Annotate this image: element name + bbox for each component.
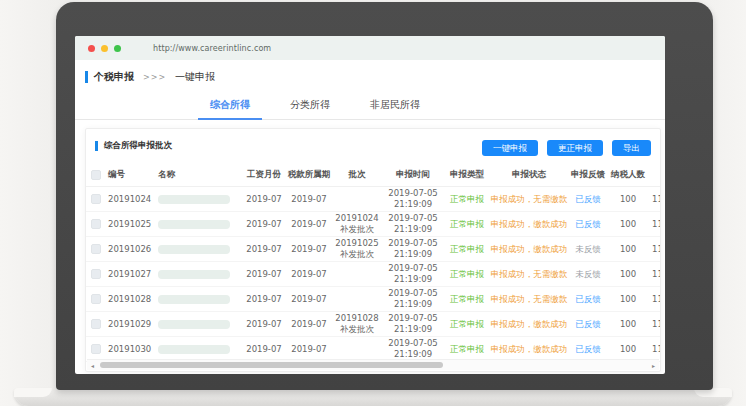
cell-taxpayer-count: 100	[608, 294, 648, 305]
cell-feedback[interactable]: 未反馈	[568, 269, 608, 280]
row-checkbox-cell	[86, 344, 106, 355]
column-header: 申报反馈	[568, 169, 608, 180]
row-checkbox[interactable]	[91, 219, 101, 229]
laptop-screen-bezel: http://www.careerintlinc.com 个税申报 >>> 一键…	[56, 2, 713, 390]
cell-clipped-value: 11	[648, 319, 661, 330]
row-checkbox[interactable]	[91, 344, 101, 354]
cell-tax-period: 2019-07	[286, 319, 332, 330]
cell-batch-id: 20191024	[106, 194, 154, 205]
cell-taxpayer-count: 100	[608, 319, 648, 330]
section-accent-bar	[85, 71, 88, 83]
batch-table: 编号名称工资月份税款所属期批次申报时间申报类型申报状态申报反馈纳税人数 2019…	[86, 163, 661, 362]
cell-declare-time: 2019-07-05 21:19:09	[382, 188, 444, 209]
cell-clipped-value: 11	[648, 219, 661, 230]
breadcrumb-separator: >>>	[143, 73, 166, 82]
row-checkbox[interactable]	[91, 269, 101, 279]
column-header: 名称	[154, 169, 242, 180]
cell-declare-status: 申报成功，缴款成功	[490, 319, 568, 330]
table-row: 201910282019-072019-072019-07-05 21:19:0…	[86, 287, 661, 312]
row-checkbox[interactable]	[91, 294, 101, 304]
tab-nonresident-income[interactable]: 非居民所得	[368, 88, 422, 119]
cell-tax-period: 2019-07	[286, 219, 332, 230]
select-all-checkbox[interactable]	[91, 170, 101, 180]
cell-name	[154, 194, 242, 205]
row-checkbox[interactable]	[91, 244, 101, 254]
tab-comprehensive-income[interactable]: 综合所得	[208, 88, 252, 119]
column-header: 纳税人数	[608, 169, 648, 180]
cell-declare-time: 2019-07-05 21:19:09	[382, 338, 444, 359]
cell-declare-type: 正常申报	[444, 219, 490, 230]
panel-header: 综合所得申报批次 一键申报更正申报导出	[86, 129, 660, 163]
row-checkbox-cell	[86, 294, 106, 305]
column-header: 编号	[106, 169, 154, 180]
window-maximize-button[interactable]	[114, 45, 121, 52]
cell-name	[154, 219, 242, 230]
cell-salary-month: 2019-07	[242, 194, 286, 205]
url-text[interactable]: http://www.careerintlinc.com	[153, 44, 271, 53]
cell-declare-type: 正常申报	[444, 269, 490, 280]
cell-feedback[interactable]: 已反馈	[568, 219, 608, 230]
cell-taxpayer-count: 100	[608, 244, 648, 255]
tab-classified-income[interactable]: 分类所得	[288, 88, 332, 119]
scrollbar-thumb[interactable]	[100, 362, 443, 368]
row-checkbox[interactable]	[91, 319, 101, 329]
cell-tax-period: 2019-07	[286, 269, 332, 280]
cell-taxpayer-count: 100	[608, 219, 648, 230]
redacted-name-pill	[158, 270, 230, 279]
cell-tax-period: 2019-07	[286, 294, 332, 305]
row-checkbox-cell	[86, 319, 106, 330]
cell-clipped-value: 11	[648, 194, 661, 205]
column-header: 申报状态	[490, 169, 568, 180]
cell-salary-month: 2019-07	[242, 344, 286, 355]
cell-feedback[interactable]: 未反馈	[568, 244, 608, 255]
table-body: 201910242019-072019-072019-07-05 21:19:0…	[86, 187, 661, 362]
window-close-button[interactable]	[88, 45, 95, 52]
row-checkbox[interactable]	[91, 194, 101, 204]
cell-declare-status: 申报成功，无需缴款	[490, 194, 568, 205]
row-checkbox-cell	[86, 219, 106, 230]
correction-declare-button[interactable]: 更正申报	[547, 140, 603, 156]
column-header: 批次	[332, 169, 382, 180]
table-row: 201910292019-072019-0720191028 补发批次2019-…	[86, 312, 661, 337]
redacted-name-pill	[158, 295, 230, 304]
panel-accent-bar	[95, 141, 98, 151]
cell-feedback[interactable]: 已反馈	[568, 344, 608, 355]
cell-declare-type: 正常申报	[444, 244, 490, 255]
column-header: 申报类型	[444, 169, 490, 180]
cell-feedback[interactable]: 已反馈	[568, 294, 608, 305]
row-checkbox-cell	[86, 269, 106, 280]
cell-declare-type: 正常申报	[444, 294, 490, 305]
one-click-declare-button[interactable]: 一键申报	[482, 140, 538, 156]
scroll-left-arrow-icon[interactable]: ◂	[88, 361, 97, 370]
browser-address-bar[interactable]: http://www.careerintlinc.com	[75, 36, 665, 60]
cell-taxpayer-count: 100	[608, 269, 648, 280]
table-row: 201910252019-072019-0720191024 补发批次2019-…	[86, 212, 661, 237]
cell-batch-id: 20191026	[106, 244, 154, 255]
cell-tax-period: 2019-07	[286, 244, 332, 255]
cell-batch-id: 20191029	[106, 319, 154, 330]
panel-actions: 一键申报更正申报导出	[473, 136, 651, 156]
horizontal-scrollbar[interactable]: ◂ ▸	[87, 359, 659, 370]
window-minimize-button[interactable]	[101, 45, 108, 52]
table-row: 201910262019-072019-0720191025 补发批次2019-…	[86, 237, 661, 262]
cell-feedback[interactable]: 已反馈	[568, 319, 608, 330]
cell-salary-month: 2019-07	[242, 319, 286, 330]
cell-declare-type: 正常申报	[444, 344, 490, 355]
redacted-name-pill	[158, 195, 230, 204]
table-row: 201910272019-072019-072019-07-05 21:19:0…	[86, 262, 661, 287]
cell-batch-id: 20191028	[106, 294, 154, 305]
cell-batch-id: 20191027	[106, 269, 154, 280]
cell-salary-month: 2019-07	[242, 269, 286, 280]
cell-name	[154, 344, 242, 355]
cell-declare-status: 申报成功，缴款成功	[490, 219, 568, 230]
redacted-name-pill	[158, 245, 230, 254]
cell-feedback[interactable]: 已反馈	[568, 194, 608, 205]
cell-clipped-value: 11	[648, 244, 661, 255]
row-checkbox-cell	[86, 244, 106, 255]
scroll-right-arrow-icon[interactable]: ▸	[649, 361, 658, 370]
cell-salary-month: 2019-07	[242, 219, 286, 230]
cell-batch-id: 20191025	[106, 219, 154, 230]
laptop-base	[14, 388, 732, 406]
export-button[interactable]: 导出	[612, 140, 651, 156]
panel-title: 综合所得申报批次	[104, 140, 172, 152]
